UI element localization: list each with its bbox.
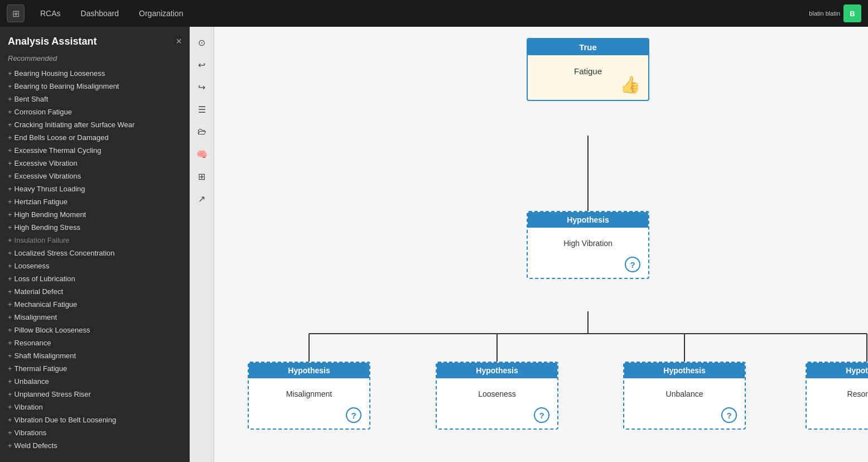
root-node-true[interactable]: True Fatigue 👍 <box>527 38 649 101</box>
child-node-3-body: Resonance ? <box>807 378 868 429</box>
sidebar-item-15[interactable]: + Looseness <box>0 259 190 272</box>
toolbar-grid-icon[interactable]: ⊞ <box>193 167 211 185</box>
sidebar-item-25[interactable]: + Unplanned Stress Riser <box>0 388 190 401</box>
nav-rcas[interactable]: RCAs <box>36 7 65 20</box>
sidebar-item-3[interactable]: + Corrosion Fatigue <box>0 105 190 118</box>
analysis-assistant-sidebar: Analysis Assistant × Recommended + Beari… <box>0 27 190 462</box>
child-node-0-body: Misalignment ? <box>249 378 369 429</box>
sidebar-item-0[interactable]: + Bearing Housing Looseness <box>0 67 190 80</box>
mid-hypothesis-header: Hypothesis <box>528 212 648 228</box>
child-1-question-icon[interactable]: ? <box>534 407 549 423</box>
main-layout: Analysis Assistant × Recommended + Beari… <box>0 27 868 462</box>
nav-organization[interactable]: Organization <box>134 7 187 20</box>
thumbs-up-icon: 👍 <box>620 75 640 94</box>
app-logo: ⊞ <box>7 4 25 22</box>
sidebar-item-18[interactable]: + Mechanical Fatigue <box>0 298 190 311</box>
sidebar-item-26[interactable]: + Vibration <box>0 401 190 413</box>
sidebar-item-17[interactable]: + Material Defect <box>0 285 190 298</box>
icon-toolbar: ⊙ ↩ ↪ ☰ 🗁 🧠 ⊞ ↗ <box>190 27 214 462</box>
child-0-question-icon[interactable]: ? <box>346 407 361 423</box>
child-node-0[interactable]: Hypothesis Misalignment ? <box>248 362 370 430</box>
sidebar-header: Analysis Assistant × <box>0 27 190 52</box>
sidebar-item-8[interactable]: + Excessive Vibrations <box>0 170 190 182</box>
sidebar-item-5[interactable]: + End Bells Loose or Damaged <box>0 131 190 144</box>
child-2-question-icon[interactable]: ? <box>721 407 737 423</box>
sidebar-item-9[interactable]: + Heavy Thrust Loading <box>0 182 190 195</box>
child-node-2-body: Unbalance ? <box>624 378 745 429</box>
mid-hypothesis-body: High Vibration ? <box>528 228 648 278</box>
sidebar-item-10[interactable]: + Hertzian Fatigue <box>0 195 190 208</box>
root-node-label: Fatigue <box>574 66 602 76</box>
toolbar-export-icon[interactable]: ↗ <box>193 190 211 208</box>
sidebar-item-16[interactable]: + Loss of Lubrication <box>0 272 190 285</box>
sidebar-item-22[interactable]: + Shaft Misalignment <box>0 349 190 362</box>
nav-dashboard[interactable]: Dashboard <box>76 7 124 20</box>
sidebar-item-2[interactable]: + Bent Shaft <box>0 93 190 105</box>
child-node-1-header: Hypothesis <box>437 363 557 378</box>
sidebar-item-4[interactable]: + Cracking Initiating after Surface Wear <box>0 118 190 131</box>
toolbar-redo-icon[interactable]: ↪ <box>193 78 211 96</box>
sidebar-item-6[interactable]: + Excessive Thermal Cycling <box>0 144 190 157</box>
root-node-header: True <box>528 39 648 55</box>
sidebar-item-29[interactable]: + Weld Defects <box>0 439 190 452</box>
mid-question-icon[interactable]: ? <box>625 257 640 272</box>
child-node-1-label: Looseness <box>478 389 516 398</box>
toolbar-brain-icon[interactable]: 🧠 <box>193 145 211 163</box>
canvas-inner: True Fatigue 👍 Hypothesis High Vibration… <box>214 27 868 462</box>
toolbar-target-icon[interactable]: ⊙ <box>193 33 211 51</box>
sidebar-close-button[interactable]: × <box>176 36 182 47</box>
toolbar-folder-icon[interactable]: 🗁 <box>193 123 211 141</box>
sidebar-item-27[interactable]: + Vibration Due to Belt Loosening <box>0 413 190 426</box>
mid-hypothesis-label: High Vibration <box>563 239 613 248</box>
sidebar-item-28[interactable]: + Vibrations <box>0 426 190 439</box>
diagram-canvas[interactable]: True Fatigue 👍 Hypothesis High Vibration… <box>214 27 868 462</box>
child-node-3-header: Hypothesis <box>807 363 868 378</box>
sidebar-item-19[interactable]: + Misalignment <box>0 311 190 324</box>
root-node-body: Fatigue 👍 <box>528 55 648 100</box>
child-node-2-header: Hypothesis <box>624 363 745 378</box>
sidebar-item-24[interactable]: + Unbalance <box>0 375 190 388</box>
toolbar-list-icon[interactable]: ☰ <box>193 100 211 118</box>
child-node-2-label: Unbalance <box>666 389 703 398</box>
logo-icon: ⊞ <box>12 8 20 19</box>
sidebar-item-12[interactable]: + High Bending Stress <box>0 221 190 234</box>
sidebar-item-21[interactable]: + Resonance <box>0 336 190 349</box>
top-navigation: ⊞ RCAs Dashboard Organization blatin bla… <box>0 0 868 27</box>
child-node-0-header: Hypothesis <box>249 363 369 378</box>
sidebar-title: Analysis Assistant <box>8 36 97 47</box>
sidebar-item-20[interactable]: + Pillow Block Looseness <box>0 324 190 336</box>
child-node-1-body: Looseness ? <box>437 378 557 429</box>
mid-hypothesis-node[interactable]: Hypothesis High Vibration ? <box>527 211 649 279</box>
sidebar-items-list: + Bearing Housing Looseness+ Bearing to … <box>0 67 190 452</box>
user-name-display: blatin blatin <box>809 9 840 17</box>
sidebar-item-14[interactable]: + Localized Stress Concentration <box>0 247 190 259</box>
child-node-3-label: Resonance <box>847 389 868 398</box>
toolbar-undo-icon[interactable]: ↩ <box>193 56 211 74</box>
child-node-0-label: Misalignment <box>286 389 332 398</box>
child-node-3[interactable]: Hypothesis Resonance ? <box>806 362 868 430</box>
child-node-1[interactable]: Hypothesis Looseness ? <box>436 362 558 430</box>
sidebar-item-13: + Insulation Failure <box>0 234 190 247</box>
sidebar-item-1[interactable]: + Bearing to Bearing Misalignment <box>0 80 190 93</box>
sidebar-item-7[interactable]: + Excessive Vibration <box>0 157 190 170</box>
sidebar-section-recommended: Recommended <box>0 52 190 67</box>
user-avatar[interactable]: B <box>843 4 861 22</box>
sidebar-item-11[interactable]: + High Bending Moment <box>0 208 190 221</box>
child-node-2[interactable]: Hypothesis Unbalance ? <box>623 362 746 430</box>
sidebar-item-23[interactable]: + Thermal Fatigue <box>0 362 190 375</box>
